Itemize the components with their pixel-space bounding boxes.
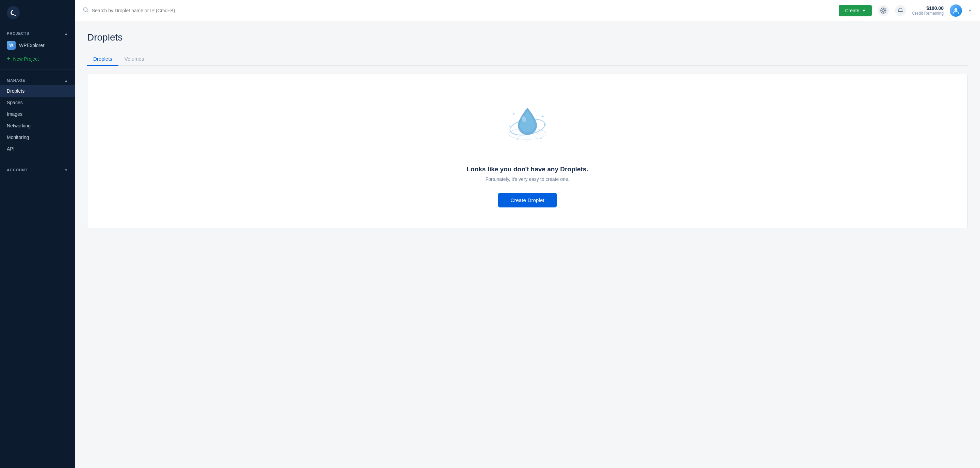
account-section-label: ACCOUNT [7,168,27,172]
new-project-button[interactable]: + New Project [0,53,75,65]
networking-label: Networking [7,123,30,128]
project-icon: W [7,41,16,50]
svg-point-18 [544,124,546,126]
sidebar: PROJECTS ▲ W WPExplorer + New Project MA… [0,0,75,468]
projects-section: PROJECTS ▲ W WPExplorer + New Project [0,25,75,66]
images-label: Images [7,111,22,117]
empty-state-card: Looks like you don't have any Droplets. … [87,74,968,228]
api-label: API [7,146,14,152]
svg-point-7 [882,9,885,11]
svg-rect-1 [13,14,14,15]
support-icon[interactable] [878,5,889,16]
credit-label: Credit Remaining [912,11,943,16]
projects-section-label: PROJECTS [7,31,29,35]
droplets-label: Droplets [7,88,24,94]
topbar-right: Create ▼ [839,5,972,17]
project-name: WPExplorer [19,43,45,48]
manage-chevron: ▲ [64,79,68,82]
new-project-label: New Project [13,56,39,62]
account-chevron: ▼ [64,168,68,172]
tab-droplets[interactable]: Droplets [87,53,118,66]
manage-section-label: MANAGE [7,78,25,82]
notifications-icon[interactable] [895,5,906,16]
svg-line-5 [87,11,88,12]
avatar[interactable] [950,5,962,17]
sidebar-item-images[interactable]: Images [0,108,75,120]
search-icon [83,7,89,14]
manage-section-header[interactable]: MANAGE ▲ [0,76,75,85]
content-area: Droplets Droplets Volumes [75,21,980,468]
svg-rect-3 [14,15,16,16]
logo-icon [7,6,20,19]
droplet-illustration [497,95,558,156]
sidebar-item-spaces[interactable]: Spaces [0,97,75,108]
svg-point-19 [509,125,511,127]
credit-display: $100.00 Credit Remaining [912,5,943,16]
page-title: Droplets [87,32,968,43]
svg-point-0 [9,8,17,16]
svg-point-13 [955,8,957,11]
sidebar-item-networking[interactable]: Networking [0,120,75,131]
monitoring-label: Monitoring [7,134,29,140]
projects-section-header[interactable]: PROJECTS ▲ [0,29,75,38]
search-container [83,7,833,14]
create-droplet-button[interactable]: Create Droplet [498,193,557,208]
tabs: Droplets Volumes [87,53,968,66]
search-input[interactable] [92,8,833,13]
credit-amount: $100.00 [912,5,943,11]
sidebar-item-wpexplorer[interactable]: W WPExplorer [0,38,75,53]
avatar-chevron[interactable]: ▼ [968,8,972,13]
projects-chevron: ▲ [64,32,68,35]
empty-state-subtitle: Fortunately, it's very easy to create on… [485,176,570,182]
chevron-down-icon: ▼ [862,8,866,13]
divider-2 [0,159,75,159]
main-content: Create ▼ [75,0,980,468]
sidebar-item-api[interactable]: API [0,143,75,155]
account-section: ACCOUNT ▼ [0,162,75,176]
create-button-label: Create [845,8,859,13]
svg-point-20 [527,141,528,142]
plus-icon: + [7,55,11,62]
spaces-label: Spaces [7,100,23,105]
svg-point-21 [536,111,537,112]
manage-section: MANAGE ▲ Droplets Spaces Images Networki… [0,72,75,156]
tab-volumes[interactable]: Volumes [118,53,150,66]
topbar: Create ▼ [75,0,980,21]
account-section-header[interactable]: ACCOUNT ▼ [0,165,75,175]
sidebar-logo[interactable] [0,0,75,25]
sidebar-item-monitoring[interactable]: Monitoring [0,131,75,143]
empty-state-title: Looks like you don't have any Droplets. [466,166,588,173]
sidebar-item-droplets[interactable]: Droplets [0,85,75,97]
create-button[interactable]: Create ▼ [839,5,872,16]
